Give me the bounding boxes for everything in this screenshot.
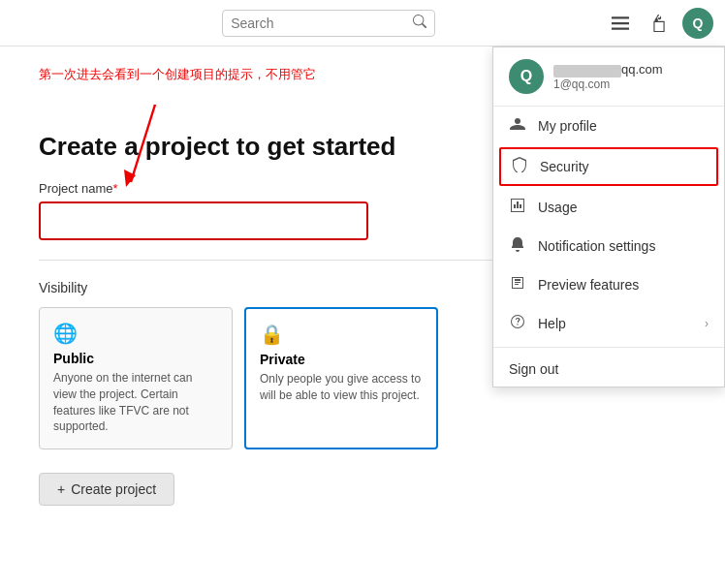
menu-item-help[interactable]: Help ›	[493, 304, 724, 343]
search-bar[interactable]	[222, 10, 435, 37]
private-desc: Only people you give access to will be a…	[260, 371, 423, 404]
separator	[39, 260, 504, 261]
public-desc: Anyone on the internet can view the proj…	[53, 370, 218, 435]
project-name-label: Project name*	[39, 181, 523, 196]
private-option[interactable]: 🔒 Private Only people you give access to…	[244, 307, 438, 449]
arrow-annotation	[116, 100, 174, 201]
public-title: Public	[53, 351, 218, 366]
create-project-button[interactable]: + Create project	[39, 473, 174, 506]
menu-item-usage[interactable]: Usage	[493, 188, 724, 227]
plus-icon: +	[57, 481, 65, 497]
menu-item-security[interactable]: Security	[499, 147, 718, 186]
profile-icon	[509, 116, 526, 136]
help-icon	[509, 314, 526, 333]
security-icon	[511, 157, 528, 176]
list-icon[interactable]	[605, 8, 636, 39]
private-title: Private	[260, 352, 423, 367]
dropdown-user-info: qq.com 1@qq.com	[553, 62, 663, 90]
project-name-field-wrapper	[39, 201, 368, 240]
form-section: Project name* Visibility 🌐 Public Anyone…	[39, 181, 523, 506]
dropdown-email-sub: 1@qq.com	[553, 77, 663, 91]
dropdown-email-top: qq.com	[553, 62, 663, 77]
bell-icon	[509, 236, 526, 256]
svg-line-0	[131, 105, 155, 182]
menu-item-preview-features[interactable]: Preview features	[493, 265, 724, 304]
globe-icon: 🌐	[53, 322, 218, 345]
visibility-label: Visibility	[39, 280, 523, 295]
email-blurred-part	[553, 65, 621, 77]
user-dropdown-menu: Q qq.com 1@qq.com My profile Security Us…	[492, 46, 725, 387]
dropdown-divider	[493, 347, 724, 348]
visibility-options: 🌐 Public Anyone on the internet can view…	[39, 307, 523, 449]
menu-item-sign-out[interactable]: Sign out	[493, 352, 724, 387]
user-avatar-header[interactable]: Q	[682, 8, 713, 39]
chevron-right-icon: ›	[705, 317, 709, 330]
dropdown-header: Q qq.com 1@qq.com	[493, 47, 724, 107]
search-icon	[413, 15, 426, 32]
search-input[interactable]	[231, 15, 409, 31]
public-option[interactable]: 🌐 Public Anyone on the internet can view…	[39, 307, 233, 449]
gift-icon[interactable]	[644, 8, 675, 39]
usage-icon	[509, 198, 526, 217]
project-name-input[interactable]	[41, 203, 366, 238]
lock-icon: 🔒	[260, 323, 423, 346]
preview-icon	[509, 275, 526, 294]
menu-item-notification-settings[interactable]: Notification settings	[493, 227, 724, 265]
dropdown-avatar: Q	[509, 59, 544, 94]
header: Q	[0, 0, 725, 46]
menu-item-my-profile[interactable]: My profile	[493, 107, 724, 145]
